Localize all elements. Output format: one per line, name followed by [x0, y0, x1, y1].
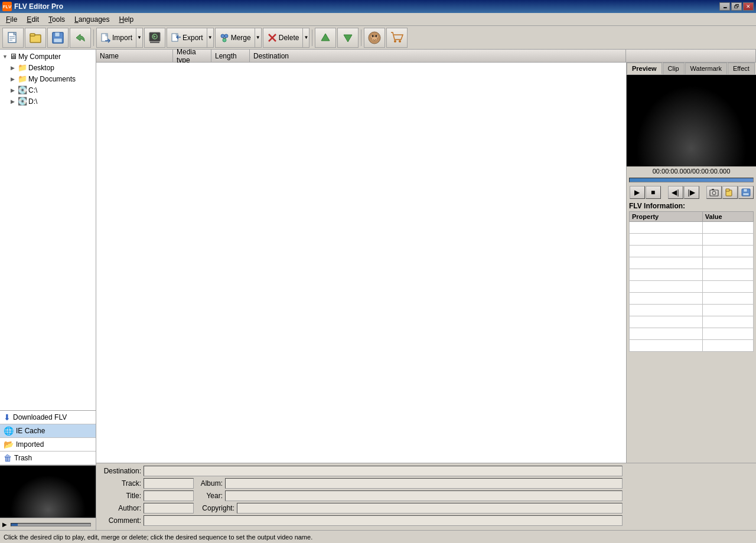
next-frame-button[interactable]: |▶: [684, 186, 699, 199]
bottom-item-imported[interactable]: 📂 Imported: [0, 438, 96, 452]
menu-languages[interactable]: Languages: [70, 14, 114, 25]
minimize-button[interactable]: 🗕: [719, 2, 730, 11]
delete-dropdown[interactable]: ▼: [302, 28, 309, 48]
svg-rect-6: [30, 34, 35, 36]
svg-marker-27: [321, 34, 330, 41]
trash-label: Trash: [14, 454, 32, 462]
export-button[interactable]: Export: [167, 28, 207, 48]
imported-icon: 📂: [4, 440, 14, 449]
play-button[interactable]: ▶: [630, 186, 645, 199]
computer-icon: 🖥: [9, 52, 17, 61]
expand-icon: ▶: [11, 65, 17, 71]
save-capture-button[interactable]: [738, 186, 754, 199]
merge-dropdown[interactable]: ▼: [255, 28, 262, 48]
import-button[interactable]: Import: [96, 28, 136, 48]
copyright-input[interactable]: [237, 503, 623, 513]
prev-frame-button[interactable]: ◀|: [668, 186, 683, 199]
preview-button[interactable]: [144, 28, 165, 48]
iecache-label: IE Cache: [16, 427, 45, 435]
menu-edit[interactable]: Edit: [22, 14, 44, 25]
col-header-name[interactable]: Name: [96, 50, 173, 62]
author-input[interactable]: [144, 503, 194, 513]
year-input[interactable]: [225, 490, 623, 501]
file-list-body[interactable]: [96, 63, 626, 463]
separator-3: [361, 30, 361, 46]
close-button[interactable]: ✕: [743, 2, 754, 11]
title-input[interactable]: [144, 490, 194, 501]
title-bar-controls: 🗕 🗗 ✕: [719, 2, 754, 11]
track-input[interactable]: [144, 478, 194, 489]
preview-area: [627, 75, 756, 166]
track-label: Track:: [100, 479, 141, 488]
move-up-button[interactable]: [315, 28, 336, 48]
tree-item-mydocs[interactable]: ▶ 📁 My Documents: [1, 73, 94, 84]
col-header-destination[interactable]: Destination: [250, 50, 626, 62]
tree-item-desktop[interactable]: ▶ 📁 Desktop: [1, 62, 94, 73]
open-button[interactable]: [25, 28, 46, 48]
svg-point-34: [376, 35, 377, 37]
help-monkey-button[interactable]: [364, 28, 385, 48]
open-capture-button[interactable]: [722, 186, 738, 199]
capture-button[interactable]: [706, 186, 722, 199]
menu-bar: File Edit Tools Languages Help: [0, 13, 756, 26]
merge-button-group: Merge ▼: [215, 28, 262, 48]
thumb-progress-bar[interactable]: [11, 523, 91, 526]
time-display: 00:00:00.000/00:00:00.000: [627, 166, 756, 176]
svg-point-36: [399, 40, 401, 42]
tab-effect[interactable]: Effect: [728, 63, 755, 74]
downloaded-icon: ⬇: [4, 413, 11, 422]
bottom-item-iecache[interactable]: 🌐 IE Cache: [0, 424, 96, 438]
stop-button[interactable]: ■: [646, 186, 661, 199]
menu-help[interactable]: Help: [114, 14, 138, 25]
tab-watermark[interactable]: Watermark: [685, 63, 727, 74]
center-area: Name Media type Length Destination: [96, 50, 756, 530]
tree-item-label: Desktop: [28, 64, 54, 72]
tree-item-c[interactable]: ▶ 💽 C:\: [1, 84, 94, 96]
tab-preview[interactable]: Preview: [627, 63, 662, 74]
share-button[interactable]: [70, 28, 91, 48]
svg-rect-8: [55, 32, 60, 37]
menu-tools[interactable]: Tools: [44, 14, 70, 25]
flv-table-row: [630, 328, 754, 340]
svg-point-33: [372, 35, 374, 37]
delete-button[interactable]: Delete: [263, 28, 303, 48]
bottom-item-trash[interactable]: 🗑 Trash: [0, 452, 96, 465]
col-header-length[interactable]: Length: [211, 50, 250, 62]
progress-bar[interactable]: [629, 178, 754, 182]
meta-destination-row: Destination:: [100, 466, 752, 476]
col-header-mediatype[interactable]: Media type: [173, 50, 211, 62]
svg-rect-9: [54, 38, 62, 42]
flv-col-property: Property: [630, 212, 703, 222]
delete-button-group: Delete ▼: [263, 28, 310, 48]
tree-item-d[interactable]: ▶ 💽 D:\: [1, 96, 94, 107]
app-title: FLV Editor Pro: [14, 2, 63, 11]
tree-root-mycomputer[interactable]: ▼ 🖥 My Computer: [1, 51, 94, 62]
progress-bar-container[interactable]: [627, 176, 756, 184]
maximize-button[interactable]: 🗗: [731, 2, 742, 11]
file-tree[interactable]: ▼ 🖥 My Computer ▶ 📁 Desktop ▶ 📁 My Docum…: [0, 50, 96, 410]
comment-input[interactable]: [144, 515, 623, 526]
capture-buttons: [706, 186, 754, 199]
save-button[interactable]: [47, 28, 69, 48]
destination-label: Destination:: [100, 467, 141, 475]
move-down-button[interactable]: [337, 28, 359, 48]
export-dropdown[interactable]: ▼: [207, 28, 214, 48]
new-button[interactable]: [2, 28, 24, 48]
expand-icon: ▶: [11, 76, 17, 82]
separator-2: [312, 30, 312, 46]
file-list-items: [96, 63, 626, 463]
import-dropdown[interactable]: ▼: [136, 28, 143, 48]
thumb-play-btn[interactable]: ▶: [2, 521, 7, 528]
menu-file[interactable]: File: [1, 14, 22, 25]
svg-point-35: [394, 40, 396, 42]
album-input[interactable]: [225, 478, 623, 489]
tab-clip[interactable]: Clip: [663, 63, 685, 74]
shop-button[interactable]: [386, 28, 408, 48]
app-icon: FLV: [2, 2, 12, 11]
merge-label: Merge: [231, 34, 251, 42]
destination-input[interactable]: [144, 466, 623, 476]
left-bottom-nav: ⬇ Downloaded FLV 🌐 IE Cache 📂 Imported 🗑…: [0, 410, 96, 465]
bottom-item-downloaded[interactable]: ⬇ Downloaded FLV: [0, 411, 96, 424]
merge-button[interactable]: Merge: [215, 28, 255, 48]
left-thumbnail: ▶: [0, 465, 96, 530]
